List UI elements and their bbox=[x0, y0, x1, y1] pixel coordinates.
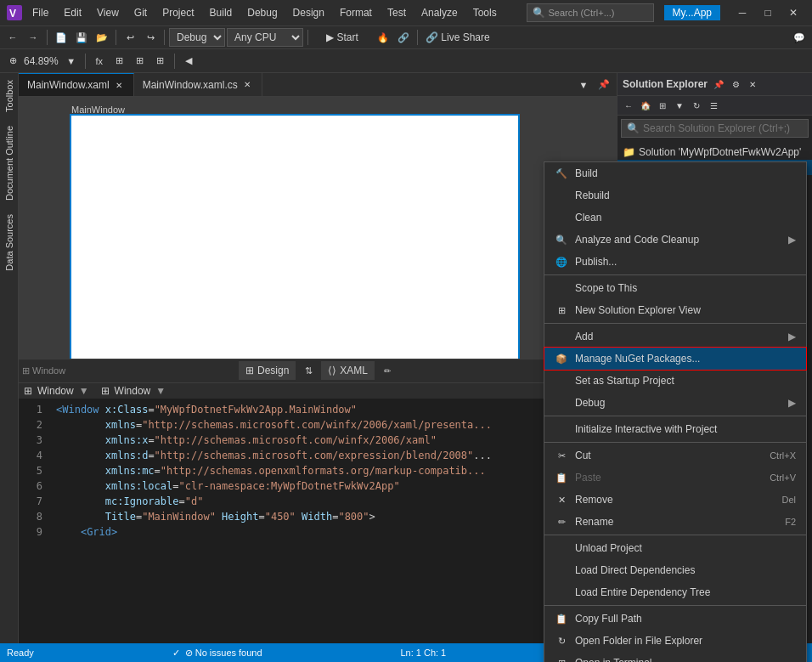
add-arrow-icon: ▶ bbox=[788, 331, 796, 342]
ctx-remove-label: Remove bbox=[575, 494, 613, 506]
ctx-scope[interactable]: Scope to This bbox=[544, 277, 806, 299]
se-settings-button[interactable]: ⚙ bbox=[728, 76, 743, 92]
ctx-unload[interactable]: Unload Project bbox=[544, 537, 806, 559]
tab-mainwindow-cs[interactable]: MainWindow.xaml.cs ✕ bbox=[134, 73, 262, 96]
ctx-load-direct[interactable]: Load Direct Dependencies bbox=[544, 559, 806, 581]
se-home-button[interactable]: 🏠 bbox=[638, 98, 653, 113]
ctx-open-folder[interactable]: ↻ Open Folder in File Explorer bbox=[544, 630, 806, 652]
search-bar[interactable]: 🔍 Search (Ctrl+...) bbox=[527, 3, 654, 22]
ctx-rebuild[interactable]: Rebuild bbox=[544, 184, 806, 207]
xaml-edit-button[interactable]: ✏ bbox=[378, 361, 397, 380]
ctx-copy-path[interactable]: 📋 Copy Full Path bbox=[544, 608, 806, 630]
ctx-rename[interactable]: ✏ Rename F2 bbox=[544, 511, 806, 533]
tab-pin-button[interactable]: 📌 bbox=[595, 76, 613, 94]
se-menu-button[interactable]: ☰ bbox=[706, 98, 721, 113]
ctx-add[interactable]: Add ▶ bbox=[544, 325, 806, 348]
se-filter-button[interactable]: ▼ bbox=[672, 98, 687, 113]
data-sources-tab[interactable]: Data Sources bbox=[3, 207, 16, 278]
vs-logo-icon: V bbox=[7, 5, 22, 20]
se-collapse-button[interactable]: ⊞ bbox=[655, 98, 670, 113]
start-button[interactable]: ▶ Start bbox=[313, 28, 372, 47]
swap-button[interactable]: ⇅ bbox=[299, 361, 318, 380]
ctx-paste[interactable]: 📋 Paste Ctrl+V bbox=[544, 467, 806, 489]
menu-test[interactable]: Test bbox=[381, 5, 413, 20]
tab-dropdown-button[interactable]: ▼ bbox=[574, 76, 593, 94]
nuget-icon: 📦 bbox=[555, 352, 568, 365]
ctx-new-se-view[interactable]: ⊞ New Solution Explorer View bbox=[544, 299, 806, 321]
code-header: ⊞ Window ▼ ⊞ Window ▼ bbox=[19, 382, 617, 399]
menu-edit[interactable]: Edit bbox=[57, 5, 88, 20]
menu-view[interactable]: View bbox=[90, 5, 126, 20]
menu-bar: File Edit View Git Project Build Debug D… bbox=[25, 5, 504, 20]
menu-project[interactable]: Project bbox=[155, 5, 200, 20]
ctx-add-label: Add bbox=[575, 331, 593, 342]
redo-button[interactable]: ↪ bbox=[141, 28, 160, 47]
xaml-button[interactable]: ⟨⟩ XAML bbox=[321, 361, 375, 380]
zoom-dropdown-button[interactable]: ▼ bbox=[62, 52, 81, 71]
ctx-init-interactive[interactable]: Initialize Interactive with Project bbox=[544, 418, 806, 440]
grid-button[interactable]: ⊞ bbox=[110, 52, 129, 71]
formula-button[interactable]: fx bbox=[90, 52, 109, 71]
ctx-analyze[interactable]: 🔍 Analyze and Code Cleanup ▶ bbox=[544, 229, 806, 251]
back-button[interactable]: ← bbox=[3, 28, 22, 47]
ctx-publish[interactable]: 🌐 Publish... bbox=[544, 251, 806, 273]
ctx-load-all[interactable]: Load Entire Dependency Tree bbox=[544, 581, 806, 603]
forward-button[interactable]: → bbox=[24, 28, 42, 47]
se-search-input[interactable] bbox=[643, 122, 803, 134]
menu-build[interactable]: Build bbox=[203, 5, 240, 20]
document-outline-tab[interactable]: Document Outline bbox=[3, 119, 16, 207]
ctx-build[interactable]: 🔨 Build bbox=[544, 162, 806, 184]
maximize-button[interactable]: □ bbox=[756, 3, 780, 22]
status-ready: Ready bbox=[7, 648, 34, 658]
hot-reload-button[interactable]: 🔥 bbox=[374, 28, 392, 47]
platform-dropdown[interactable]: Any CPU bbox=[227, 28, 303, 47]
extensions-button[interactable]: 🔗 Live Share bbox=[422, 28, 493, 47]
scroll-left-button[interactable]: ◀ bbox=[179, 52, 198, 71]
menu-design[interactable]: Design bbox=[286, 5, 331, 20]
se-back-button[interactable]: ← bbox=[621, 98, 636, 113]
menu-debug[interactable]: Debug bbox=[240, 5, 284, 20]
se-close-button[interactable]: ✕ bbox=[745, 76, 760, 92]
close-button[interactable]: ✕ bbox=[781, 3, 805, 22]
ctx-startup[interactable]: Set as Startup Project bbox=[544, 370, 806, 392]
se-search-icon: 🔍 bbox=[627, 122, 640, 134]
se-search-bar[interactable]: 🔍 bbox=[621, 119, 809, 138]
ctx-clean[interactable]: Clean bbox=[544, 207, 806, 229]
ln-col-label: Ln: 1 Ch: 1 bbox=[400, 648, 446, 658]
feedback-button[interactable]: 💬 bbox=[790, 28, 809, 47]
design-button[interactable]: ⊞ Design bbox=[239, 361, 296, 380]
menu-file[interactable]: File bbox=[25, 5, 55, 20]
menu-tools[interactable]: Tools bbox=[466, 5, 504, 20]
tab-xaml-close[interactable]: ✕ bbox=[113, 80, 125, 91]
toolbox-tab[interactable]: Toolbox bbox=[3, 73, 16, 119]
ctx-cut[interactable]: ✂ Cut Ctrl+X bbox=[544, 444, 806, 467]
undo-button[interactable]: ↩ bbox=[121, 28, 139, 47]
attach-button[interactable]: 🔗 bbox=[394, 28, 413, 47]
zoom-fit-button[interactable]: ⊕ bbox=[3, 52, 22, 71]
menu-git[interactable]: Git bbox=[127, 5, 154, 20]
ctx-nuget[interactable]: 📦 Manage NuGet Packages... bbox=[544, 348, 806, 370]
new-file-button[interactable]: 📄 bbox=[52, 28, 70, 47]
se-solution-item[interactable]: 📁 Solution 'MyWpfDotnetFwkWv2App' bbox=[617, 144, 812, 160]
design-canvas[interactable] bbox=[70, 114, 520, 359]
ctx-build-label: Build bbox=[575, 167, 598, 179]
remove-icon: ✕ bbox=[555, 493, 568, 506]
config-dropdown[interactable]: Debug bbox=[169, 28, 225, 47]
more-grid-button[interactable]: ⊞ bbox=[151, 52, 170, 71]
save-button[interactable]: 💾 bbox=[72, 28, 91, 47]
code-content[interactable]: <Window x:Class="MyWpfDotnetFwkWv2App.Ma… bbox=[49, 399, 617, 644]
ctx-open-terminal[interactable]: ⊞ Open in Terminal bbox=[544, 652, 806, 662]
open-button[interactable]: 📂 bbox=[93, 28, 111, 47]
se-pin-button[interactable]: 📌 bbox=[711, 76, 726, 92]
ctx-remove[interactable]: ✕ Remove Del bbox=[544, 489, 806, 511]
snap-button[interactable]: ⊞ bbox=[131, 52, 149, 71]
load-direct-icon bbox=[555, 563, 568, 577]
menu-format[interactable]: Format bbox=[333, 5, 379, 20]
tab-cs-close[interactable]: ✕ bbox=[241, 79, 253, 90]
menu-analyze[interactable]: Analyze bbox=[414, 5, 465, 20]
se-refresh-button[interactable]: ↻ bbox=[689, 98, 704, 113]
ctx-debug[interactable]: Debug ▶ bbox=[544, 392, 806, 414]
ctx-sep1 bbox=[544, 274, 806, 275]
tab-mainwindow-xaml[interactable]: MainWindow.xaml ✕ bbox=[19, 73, 134, 96]
minimize-button[interactable]: ─ bbox=[730, 3, 754, 22]
